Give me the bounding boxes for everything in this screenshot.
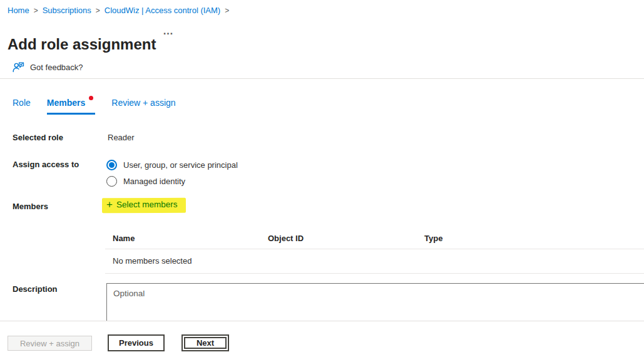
breadcrumb-separator: > (96, 6, 100, 15)
column-header-name: Name (113, 234, 268, 243)
add-role-assignment-page: Home > Subscriptions > CloudWiz | Access… (0, 0, 644, 357)
tab-review-assign[interactable]: Review + assign (111, 98, 175, 115)
radio-selected-icon (106, 160, 117, 170)
command-bar-divider (0, 78, 644, 79)
tab-members[interactable]: Members (47, 98, 95, 115)
select-members-label: Select members (116, 200, 178, 209)
got-feedback-label: Got feedback? (30, 63, 83, 72)
column-header-object-id: Object ID (268, 234, 424, 243)
radio-unselected-icon (106, 176, 117, 187)
previous-button[interactable]: Previous (108, 334, 165, 351)
add-icon: + (106, 200, 113, 209)
radio-managed-identity[interactable]: Managed identity (106, 173, 238, 189)
feedback-person-icon (13, 61, 24, 73)
members-label: Members (13, 202, 48, 211)
breadcrumb-separator: > (225, 6, 229, 15)
unsaved-changes-dot (89, 96, 93, 100)
next-button[interactable]: Next (181, 334, 229, 351)
footer-bar: Review + assign Previous Next (0, 321, 644, 357)
breadcrumb-cloudwiz-iam[interactable]: CloudWiz | Access control (IAM) (105, 6, 220, 15)
breadcrumb-separator: > (34, 6, 38, 15)
assign-access-to-radio-group: User, group, or service principal Manage… (106, 157, 238, 189)
members-table-header: Name Object ID Type (105, 228, 644, 249)
review-assign-button: Review + assign (8, 336, 92, 351)
radio-label: Managed identity (123, 177, 185, 186)
radio-user-group-service-principal[interactable]: User, group, or service principal (106, 157, 238, 173)
breadcrumb-home[interactable]: Home (8, 6, 29, 15)
members-table: Name Object ID Type No members selected (105, 228, 644, 274)
radio-label: User, group, or service principal (123, 160, 238, 170)
tab-role[interactable]: Role (13, 98, 31, 115)
select-members-link[interactable]: + Select members (102, 198, 187, 214)
assign-access-to-label: Assign access to (13, 160, 79, 169)
selected-role-label: Selected role (13, 133, 63, 142)
got-feedback-button[interactable]: Got feedback? (13, 61, 83, 73)
breadcrumb-subscriptions[interactable]: Subscriptions (43, 6, 91, 15)
selected-role-value: Reader (108, 133, 135, 142)
wizard-tabs: Role Members Review + assign (13, 98, 176, 115)
column-header-type: Type (424, 234, 644, 243)
members-empty-message: No members selected (105, 249, 644, 274)
page-title: Add role assignment (8, 36, 156, 53)
breadcrumb: Home > Subscriptions > CloudWiz | Access… (8, 6, 233, 15)
more-options-icon[interactable]: … (163, 25, 174, 38)
tab-members-label: Members (47, 98, 85, 108)
description-label: Description (13, 284, 58, 294)
